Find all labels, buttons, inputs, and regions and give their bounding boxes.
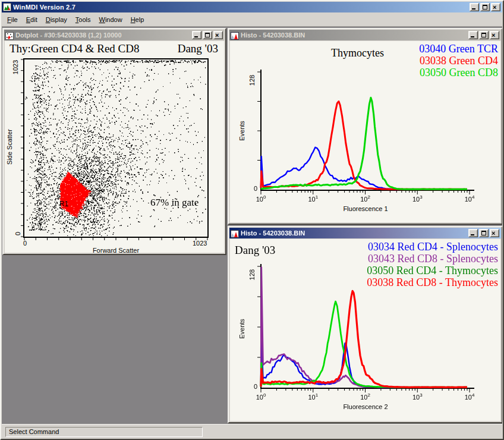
histo2-x-axis-label: Fluorescence 2 [261,403,470,410]
menu-item-file[interactable]: File [3,14,22,25]
x-tick-10e3: 103 [407,392,427,401]
main-close-button[interactable]: × [491,3,500,11]
menu-item-tools[interactable]: Tools [71,14,95,25]
histo1-plot-area[interactable]: 128 0 Events Fluorescence 1 100101102103… [230,41,500,222]
histo2-minimize-button[interactable] [468,229,478,237]
histo1-window-title: Histo - 54203038.BIN [241,32,468,39]
x-tick-10e2: 102 [355,194,376,203]
curve-03043-red-cd8-splenocytes [261,268,467,388]
winmdi-app-icon [3,3,11,11]
x-tick-10e4: 104 [459,194,480,203]
histo1-y-max-tick: 128 [248,75,256,86]
winmdi-screen: WinMDI Version 2.7 × FileEditDisplayTool… [0,0,504,440]
dotplot-window-title: Dotplot - #30:54203038 (1,2) 10000 [15,32,192,39]
histo1-close-button[interactable]: × [490,31,499,39]
histo2-plot-area[interactable]: 128 0 Events Fluorescence 2 100101102103… [230,239,500,421]
close-icon: × [215,32,219,39]
dotplot-plot-area: 1023 0 Side Scatter 0 1023 Forward Scatt… [5,41,224,253]
minimize-icon [471,36,474,37]
curve-03038-red-cd8-thymocytes [261,291,467,387]
histo1-content: Thymocytes 03040 Green TCR03038 Green CD… [230,41,500,222]
x-tick-10e1: 101 [303,392,323,401]
dotplot-minimize-button[interactable] [192,31,201,39]
maximize-icon [481,33,486,37]
x-tick-10e0: 100 [251,392,271,401]
main-minimize-button[interactable] [470,3,479,11]
x-tick-10e1: 101 [303,194,323,203]
dotplot-y-min-tick: 0 [14,232,21,235]
histo1-minimize-button[interactable] [468,31,478,39]
x-tick-10e4: 104 [459,392,480,401]
histo1-window: Histo - 54203038.BIN × Thymocytes 03040 … [228,28,502,225]
close-icon: × [492,32,495,39]
histo2-maximize-button[interactable] [479,229,489,237]
histo1-y-axis-label: Events [238,118,245,144]
maximize-icon [205,33,210,37]
gate-r1-label[interactable]: R1 [59,200,68,208]
dotplot-x-min-tick: 0 [23,240,27,247]
close-icon: × [493,4,496,11]
status-bar: Select Command [2,424,502,438]
histogram-icon [231,32,239,39]
x-tick-10e0: 100 [251,194,271,203]
menu-item-display[interactable]: Display [42,14,71,25]
dotplot-y-axis-label: Side Scatter [6,128,13,166]
histo1-y-min-tick: 0 [254,185,257,192]
histo2-close-button[interactable]: × [490,229,499,237]
gate-percentage-annotation: 67% in gate [150,197,199,209]
close-icon: × [492,230,495,237]
dotplot-x-max-tick: 1023 [193,240,207,247]
curve-03038-green-cd4 [261,102,467,190]
curve-03034-red-cd4-splenocytes [261,338,467,387]
histo2-titlebar[interactable]: Histo - 54203038.BIN × [229,228,501,238]
histo2-y-axis-label: Events [238,316,245,342]
menu-item-edit[interactable]: Edit [22,14,42,25]
dotplot-maximize-button[interactable] [203,31,212,39]
dotplot-close-button[interactable]: × [213,31,223,39]
main-maximize-button[interactable] [480,3,490,11]
x-tick-10e3: 103 [407,194,427,203]
histo2-y-max-tick: 128 [248,269,256,280]
histo2-content: Dang '03 03034 Red CD4 - Splenocytes0304… [230,239,500,421]
dotplot-content: Thy:Green CD4 & Red CD8 Dang '03 1023 0 … [5,41,224,253]
histo1-host-svg [230,41,500,219]
histo2-window: Histo - 54203038.BIN × Dang '03 03034 Re… [228,226,502,423]
minimize-icon [472,8,475,10]
minimize-icon [194,36,198,37]
histo2-y-min-tick: 0 [254,383,257,390]
dotplot-y-max-tick: 1023 [12,60,19,74]
main-window-title: WinMDI Version 2.7 [13,4,470,11]
menu-bar: FileEditDisplayToolsWindowHelp [2,13,502,26]
status-message: Select Command [5,427,203,437]
histo1-titlebar[interactable]: Histo - 54203038.BIN × [229,30,501,40]
curve-03050-green-cd8 [261,98,467,189]
mdi-workspace: Dotplot - #30:54203038 (1,2) 10000 × Thy… [2,26,502,425]
menu-item-window[interactable]: Window [94,14,126,25]
main-titlebar[interactable]: WinMDI Version 2.7 × [2,2,502,12]
maximize-icon [483,5,487,10]
dotplot-titlebar[interactable]: Dotplot - #30:54203038 (1,2) 10000 × [4,30,225,40]
dotplot-icon [5,32,14,39]
x-tick-10e2: 102 [355,392,376,401]
minimize-icon [471,234,474,235]
histo1-maximize-button[interactable] [479,31,489,39]
curve-03050-red-cd4-thymocytes [261,301,467,387]
dotplot-window: Dotplot - #30:54203038 (1,2) 10000 × Thy… [2,28,226,255]
dotplot-canvas[interactable] [24,59,207,237]
histo2-host-svg [230,239,500,417]
main-window: WinMDI Version 2.7 × FileEditDisplayTool… [0,0,504,440]
menu-item-help[interactable]: Help [127,14,149,25]
histogram-icon [231,230,239,237]
maximize-icon [481,231,486,235]
histo2-window-title: Histo - 54203038.BIN [241,230,468,237]
curve-03040-green-tcr [261,147,467,189]
histo1-x-axis-label: Fluorescence 1 [261,205,470,212]
dotplot-x-axis-label: Forward Scatter [24,247,207,253]
